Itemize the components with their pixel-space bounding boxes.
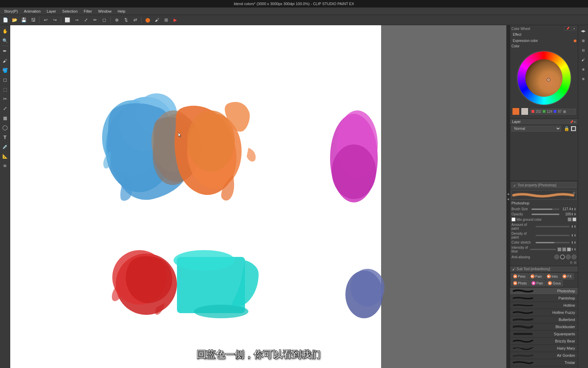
- menu-help[interactable]: Help: [115, 9, 128, 14]
- color-wheel[interactable]: [517, 51, 571, 105]
- right-tool-3[interactable]: ⊟: [579, 46, 588, 55]
- layer-menu[interactable]: ≡: [574, 120, 576, 124]
- brush-blockbuster[interactable]: Blockbuster: [510, 323, 578, 331]
- brush-paintshop[interactable]: Paintshop: [510, 295, 578, 302]
- layer-pin[interactable]: 📌: [570, 120, 573, 124]
- brush-preview-settings[interactable]: ⚙: [573, 191, 575, 195]
- right-tool-6[interactable]: ⊗: [579, 74, 588, 83]
- toolbar-eraser[interactable]: ◻: [100, 16, 108, 24]
- toolbar-arrows[interactable]: ⇅: [122, 16, 130, 24]
- tool-select[interactable]: ⬚: [1, 85, 10, 94]
- tab-inks[interactable]: ▶ Inks: [545, 273, 560, 279]
- property-settings-2[interactable]: ⊞: [574, 261, 576, 264]
- tool-smudge[interactable]: ≋: [1, 161, 10, 170]
- color-picker-btn[interactable]: ⊞: [563, 110, 566, 113]
- color-panel-menu[interactable]: ≡: [572, 27, 576, 31]
- tool-brush[interactable]: 🖌: [1, 56, 10, 65]
- brush-photoshop[interactable]: Photoshop: [510, 288, 578, 295]
- toolbar-zoom[interactable]: ⊕: [113, 16, 121, 24]
- canvas-area[interactable]: 回蓝色一侧，你可以看到我们: [10, 25, 506, 368]
- brush-brizzly-bear[interactable]: Brizzly Bear: [510, 338, 578, 345]
- tab-pain1[interactable]: ▶ Pain: [528, 273, 544, 279]
- opacity-slider[interactable]: [532, 214, 559, 215]
- toolbar-redo[interactable]: ↪: [51, 16, 59, 24]
- brush-squarepants[interactable]: Squarepants: [510, 331, 578, 338]
- brush-tristar[interactable]: Tristar: [510, 359, 578, 366]
- tab-pain2[interactable]: ▶ Pain: [529, 280, 545, 286]
- tab-photo[interactable]: ▶ Photo: [511, 280, 529, 286]
- anti-alias-1[interactable]: [560, 255, 565, 259]
- color-wheel-container[interactable]: [511, 49, 576, 107]
- brush-watercolor[interactable]: Watercolor: [510, 366, 578, 368]
- toolbar-save[interactable]: 💾: [20, 16, 28, 24]
- toolbar-transform[interactable]: ⤢: [82, 16, 90, 24]
- toolbar-save2[interactable]: 🖫: [29, 16, 37, 24]
- background-swatch[interactable]: [521, 108, 528, 115]
- color-stretch-stepper[interactable]: ⬆⬇: [571, 241, 576, 244]
- intensity-swatch-2[interactable]: [562, 247, 566, 251]
- amount-paint-slider[interactable]: [536, 226, 570, 227]
- brush-size-slider[interactable]: [532, 209, 559, 210]
- toolbar-select-rect[interactable]: ⬜: [63, 16, 71, 24]
- tool-fill[interactable]: 🪣: [1, 66, 10, 75]
- brush-hairy-mary[interactable]: Hairy Mary: [510, 345, 578, 352]
- intensity-blue-stepper[interactable]: ⬆⬇: [571, 248, 576, 251]
- toolbar-open[interactable]: 📂: [11, 16, 19, 24]
- tab-fx[interactable]: ▶ FX: [560, 273, 574, 279]
- tool-text[interactable]: T: [1, 133, 10, 141]
- tool-zoom-in[interactable]: 🔍: [1, 36, 10, 45]
- intensity-swatch-3[interactable]: [567, 247, 571, 251]
- menu-filter[interactable]: Filter: [81, 9, 95, 14]
- menu-selection[interactable]: Selection: [60, 9, 80, 14]
- toolbar-grid[interactable]: ⊞: [162, 16, 170, 24]
- mix-swatch-2[interactable]: [572, 217, 576, 221]
- toolbar-color1[interactable]: ⬤: [144, 16, 152, 24]
- density-paint-stepper[interactable]: ⬆⬇: [571, 234, 576, 237]
- brush-hotline[interactable]: Hotline: [510, 302, 578, 309]
- brush-air-gordon[interactable]: Air Gordon: [510, 352, 578, 359]
- tool-move[interactable]: ⤢: [1, 104, 10, 113]
- mix-ground-checkbox[interactable]: [511, 217, 516, 221]
- density-paint-slider[interactable]: [536, 235, 570, 236]
- opacity-stepper[interactable]: ⬆⬇: [571, 213, 576, 216]
- anti-alias-off[interactable]: [554, 255, 559, 259]
- mix-swatch-1[interactable]: [568, 217, 572, 221]
- tool-pen[interactable]: ✒: [1, 47, 10, 56]
- intensity-swatch-1[interactable]: [557, 247, 561, 251]
- brush-hotline-fuzzy[interactable]: Hotline Fuzzy: [510, 309, 578, 316]
- brush-butterbrot[interactable]: Butterbrot: [510, 316, 578, 323]
- tool-gradient[interactable]: ▦: [1, 113, 10, 122]
- menu-animation[interactable]: Animation: [21, 9, 43, 14]
- anti-alias-2[interactable]: [566, 255, 571, 259]
- brush-size-stepper[interactable]: ⬆⬇: [571, 208, 576, 211]
- tab-penc[interactable]: ▶ Penc: [511, 273, 528, 279]
- panel-collapse[interactable]: ◀ ◀: [506, 25, 510, 368]
- toolbar-pen[interactable]: ✏: [91, 16, 99, 24]
- intensity-blue-slider[interactable]: [530, 249, 556, 250]
- layer-opacity-lock[interactable]: 🔳: [571, 126, 576, 131]
- amount-paint-stepper[interactable]: ⬆⬇: [571, 225, 576, 228]
- right-tool-2[interactable]: ⊞: [579, 36, 588, 45]
- tool-shapes[interactable]: ◯: [1, 123, 10, 132]
- color-saturation-area[interactable]: [525, 59, 562, 96]
- menu-window[interactable]: Window: [96, 9, 114, 14]
- color-stretch-slider[interactable]: [536, 242, 570, 243]
- toolbar-flip[interactable]: ⇄: [131, 16, 139, 24]
- foreground-swatch[interactable]: [512, 108, 520, 115]
- menu-layer[interactable]: Layer: [44, 9, 59, 14]
- tool-crop[interactable]: ✂: [1, 94, 10, 103]
- toolbar-lasso[interactable]: ⊸: [72, 16, 81, 24]
- toolbar-undo[interactable]: ↩: [42, 16, 50, 24]
- tool-ruler[interactable]: 📐: [1, 152, 10, 160]
- right-tool-1[interactable]: ◀▶: [579, 27, 588, 35]
- menu-story[interactable]: Story(P): [1, 9, 20, 14]
- toolbar-new[interactable]: 📄: [1, 16, 10, 24]
- layer-lock[interactable]: 🔒: [564, 126, 570, 131]
- anti-alias-3[interactable]: [572, 255, 576, 259]
- right-tool-4[interactable]: 🖌: [579, 55, 588, 64]
- blend-mode-select[interactable]: Normal Multiply Screen Overlay: [511, 126, 561, 132]
- tool-eyedrop[interactable]: 💉: [1, 142, 10, 151]
- tool-eraser[interactable]: ◻: [1, 75, 10, 84]
- tool-hand[interactable]: ✋: [1, 27, 10, 35]
- right-tool-5[interactable]: ⊕: [579, 65, 588, 74]
